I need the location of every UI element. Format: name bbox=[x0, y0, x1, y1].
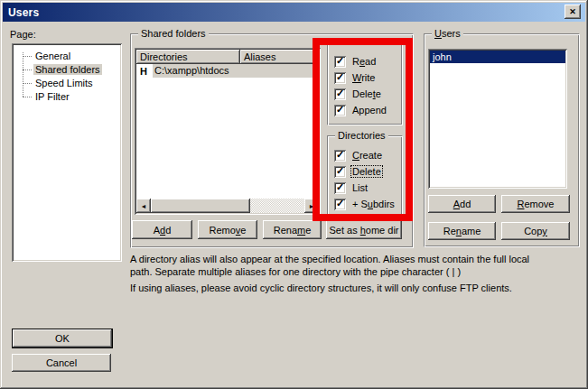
cancel-button[interactable]: Cancel bbox=[12, 354, 111, 372]
alias-help-line2: path. Separate multiple aliases for one … bbox=[130, 265, 586, 278]
list-checkbox[interactable]: ✓ bbox=[334, 182, 346, 194]
read-checkbox[interactable]: ✓ bbox=[334, 56, 346, 68]
check-icon: ✓ bbox=[336, 72, 344, 82]
checkbox-row-write[interactable]: ✓ Write bbox=[328, 69, 402, 86]
checkbox-row-read[interactable]: ✓ Read bbox=[328, 53, 402, 69]
horizontal-scrollbar[interactable]: ◄ ► bbox=[136, 199, 319, 213]
user-rename-button[interactable]: Rename bbox=[428, 222, 496, 240]
scroll-left-button[interactable]: ◄ bbox=[136, 199, 151, 213]
directories-permissions-group: Directories ✓ Create ✓ Delete ✓ List ✓ +… bbox=[327, 135, 403, 218]
users-dialog: Users ✕ Page: General Shared folders Spe… bbox=[0, 0, 588, 389]
files-permissions-group: Files ✓ Read ✓ Write ✓ Delete ✓ Append bbox=[327, 42, 403, 125]
checkbox-row-file-delete[interactable]: ✓ Delete bbox=[328, 86, 402, 102]
close-button[interactable]: ✕ bbox=[565, 5, 581, 19]
home-flag: H bbox=[136, 66, 153, 77]
check-icon: ✓ bbox=[336, 56, 344, 66]
user-copy-button[interactable]: Copy bbox=[501, 222, 570, 240]
users-group-label: Users bbox=[432, 28, 463, 40]
tree-item-shared-folders[interactable]: Shared folders bbox=[12, 63, 122, 77]
scroll-left-icon: ◄ bbox=[141, 203, 147, 209]
directory-row[interactable]: H C:\xampp\htdocs bbox=[136, 64, 319, 78]
shared-add-button[interactable]: Add bbox=[132, 220, 192, 239]
users-listbox[interactable]: john bbox=[428, 49, 567, 189]
users-group: Users john Add Remove Rename Copy bbox=[424, 33, 580, 247]
column-header-aliases[interactable]: Aliases bbox=[240, 50, 319, 64]
alias-help-line1: A directory alias will also appear at th… bbox=[130, 253, 586, 265]
shared-folders-group-label: Shared folders bbox=[138, 28, 209, 40]
column-header-directories[interactable]: Directories bbox=[136, 50, 240, 64]
tree-item-speed-limits[interactable]: Speed Limits bbox=[12, 77, 122, 90]
alias-help-line3: If using aliases, please avoid cyclic di… bbox=[130, 282, 586, 294]
directories-group-label: Directories bbox=[335, 130, 388, 142]
scrollbar-thumb[interactable] bbox=[151, 199, 250, 213]
checkbox-row-dir-delete[interactable]: ✓ Delete bbox=[328, 163, 402, 180]
checkbox-row-append[interactable]: ✓ Append bbox=[328, 102, 402, 118]
set-as-home-dir-button[interactable]: Set as home dir bbox=[326, 220, 402, 239]
ok-button[interactable]: OK bbox=[12, 329, 113, 348]
tree-stub bbox=[23, 56, 32, 57]
subdirs-checkbox[interactable]: ✓ bbox=[334, 199, 346, 210]
tree-stub bbox=[23, 83, 32, 84]
check-icon: ✓ bbox=[336, 105, 344, 115]
check-icon: ✓ bbox=[336, 182, 344, 192]
scroll-right-icon: ► bbox=[309, 203, 315, 209]
tree-stub bbox=[23, 97, 32, 97]
user-list-item[interactable]: john bbox=[430, 51, 565, 63]
check-icon: ✓ bbox=[336, 88, 344, 98]
write-checkbox[interactable]: ✓ bbox=[334, 72, 346, 84]
check-icon: ✓ bbox=[336, 166, 344, 176]
create-checkbox[interactable]: ✓ bbox=[334, 150, 346, 162]
page-label: Page: bbox=[10, 29, 36, 40]
directory-path: C:\xampp\htdocs bbox=[153, 64, 319, 78]
user-remove-button[interactable]: Remove bbox=[501, 195, 570, 213]
alias-help-text: A directory alias will also appear at th… bbox=[130, 253, 586, 294]
title-bar[interactable]: Users bbox=[3, 3, 585, 22]
shared-rename-button[interactable]: Rename bbox=[263, 220, 322, 239]
dir-delete-checkbox[interactable]: ✓ bbox=[334, 166, 346, 178]
user-add-button[interactable]: Add bbox=[428, 195, 496, 213]
page-tree[interactable]: General Shared folders Speed Limits IP F… bbox=[12, 43, 122, 262]
files-group-label: Files bbox=[335, 36, 361, 48]
tree-item-ip-filter[interactable]: IP Filter bbox=[12, 90, 122, 104]
append-checkbox[interactable]: ✓ bbox=[334, 105, 346, 116]
close-icon: ✕ bbox=[569, 8, 576, 16]
window-title: Users bbox=[3, 6, 39, 19]
check-icon: ✓ bbox=[336, 150, 344, 160]
check-icon: ✓ bbox=[336, 199, 344, 208]
tree-stub bbox=[23, 69, 32, 70]
directories-listview[interactable]: Directories Aliases H C:\xampp\htdocs ◄ bbox=[135, 48, 321, 215]
checkbox-row-subdirs[interactable]: ✓ + Subdirs bbox=[328, 196, 402, 212]
scroll-right-button[interactable]: ► bbox=[304, 199, 319, 213]
file-delete-checkbox[interactable]: ✓ bbox=[334, 88, 346, 100]
checkbox-row-create[interactable]: ✓ Create bbox=[328, 147, 402, 163]
checkbox-row-list[interactable]: ✓ List bbox=[328, 180, 402, 196]
shared-remove-button[interactable]: Remove bbox=[198, 220, 257, 239]
tree-item-general[interactable]: General bbox=[12, 50, 122, 63]
